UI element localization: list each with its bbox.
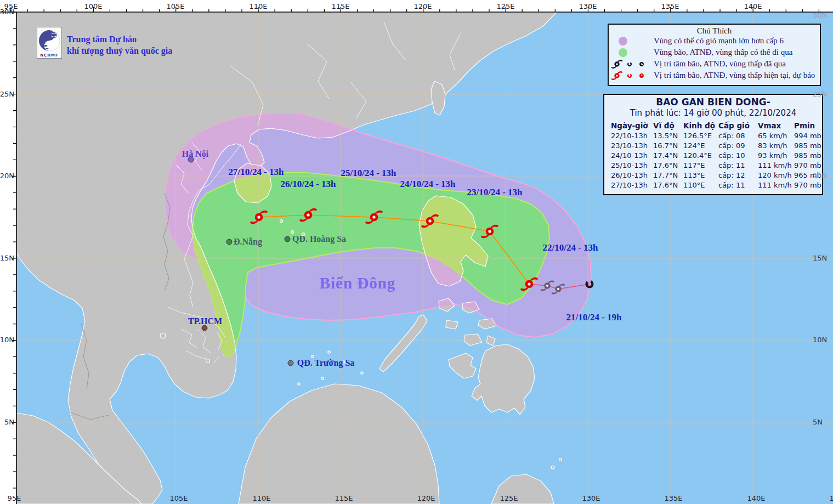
storm-table-cell: 124°E bbox=[683, 141, 718, 151]
track-date-label: 26/10/24 - 13h bbox=[280, 179, 336, 190]
place-label: Hà Nội bbox=[182, 149, 208, 159]
storm-table-cell: 970 mb bbox=[794, 161, 822, 171]
place-dot bbox=[226, 239, 233, 245]
nchmf-logo: NCHMF bbox=[37, 27, 62, 59]
storm-table-cell: 83 km/h bbox=[758, 141, 794, 151]
axis-label-top: 140E bbox=[744, 2, 762, 10]
storm-table-cell: 126.5°E bbox=[683, 131, 718, 141]
storm-table-cell: 65 km/h bbox=[758, 131, 794, 141]
place-dot bbox=[285, 236, 291, 242]
axis-label-bottom: 120E bbox=[417, 494, 435, 502]
agency-name: Trung tâm Dự báo khí tượng thuỷ văn quốc… bbox=[67, 33, 172, 56]
storm-table-cell: 16.7°N bbox=[653, 141, 683, 151]
legend-item: Vị trí tâm bão, ATNĐ, vùng thấp hiện tại… bbox=[609, 70, 820, 82]
storm-table-cell: 985 mb bbox=[794, 151, 822, 161]
axis-label-top: 130E bbox=[579, 2, 597, 10]
axis-label-bottom: 135E bbox=[664, 494, 682, 502]
storm-table-cell: 26/10-13h bbox=[611, 171, 653, 180]
axis-label-bottom: 140E bbox=[747, 494, 765, 502]
storm-table-cell: 17.4°N bbox=[653, 151, 683, 161]
storm-table-row: 22/10-13h13.5°N126.5°Ecấp: 0865 km/h994 … bbox=[604, 131, 822, 141]
legend-item-label: Vùng có thể có gió mạnh lớn hơn cấp 6 bbox=[654, 36, 784, 46]
track-date-label: 25/10/24 - 13h bbox=[341, 168, 396, 179]
storm-table-cell: 22/10-13h bbox=[611, 131, 653, 141]
place-label: TP.HCM bbox=[188, 316, 222, 326]
legend-zone-swatch bbox=[619, 48, 627, 57]
storm-table-cell: 23/10-13h bbox=[611, 141, 653, 151]
axis-label-bottom: 125E bbox=[500, 494, 518, 502]
legend-title: Chú Thích bbox=[609, 26, 820, 36]
storm-table-cell: 110°E bbox=[683, 180, 718, 190]
axis-label-right: 10N bbox=[813, 336, 827, 344]
storm-table-cell: 994 mb bbox=[794, 131, 822, 141]
storm-table-col-header: Cấp gió bbox=[718, 120, 758, 131]
storm-track-map: 95E100E105E110E115E120E125E130E135E140E3… bbox=[0, 0, 833, 504]
storm-table-cell: 24/10-13h bbox=[611, 151, 653, 161]
storm-table-col-header: Vĩ độ bbox=[653, 120, 683, 131]
agency-name-line2: khí tượng thuỷ văn quốc gia bbox=[67, 45, 172, 56]
storm-table-cell: 13.5°N bbox=[653, 131, 683, 141]
agency-name-line1: Trung tâm Dự báo bbox=[67, 33, 172, 45]
axis-label-top: 115E bbox=[331, 2, 349, 10]
legend-item-label: Vùng bão, ATNĐ, vùng thấp có thể đi qua bbox=[654, 48, 792, 57]
storm-table-cell: 970 mb bbox=[794, 180, 822, 190]
place-label: QĐ. Trường Sa bbox=[297, 358, 355, 368]
axis-label-left: 30N bbox=[0, 8, 14, 16]
storm-table-row: 23/10-13h16.7°N124°Ecấp: 0983 km/h985 mb bbox=[604, 141, 822, 151]
axis-label-left: 25N bbox=[0, 90, 14, 98]
storm-table-row: 27/10-13h17.6°N110°Ecấp: 11111 km/h970 m… bbox=[604, 180, 822, 190]
axis-label-right: 25N bbox=[813, 90, 827, 98]
storm-table-cell: cấp: 08 bbox=[718, 131, 758, 141]
legend-item: Vùng bão, ATNĐ, vùng thấp có thể đi qua bbox=[609, 47, 820, 59]
storm-table-cell: 93 km/h bbox=[758, 151, 794, 161]
storm-table-header: Ngày-giờVĩ độKinh độCấp gióVmaxPmin bbox=[604, 120, 822, 131]
track-date-label: 21/10/24 - 19h bbox=[566, 312, 621, 323]
axis-label-top: 105E bbox=[166, 2, 184, 10]
storm-table-col-header: Kinh độ bbox=[683, 120, 718, 131]
storm-table-col-header: Ngày-giờ bbox=[611, 120, 653, 131]
storm-bulletin-issued: Tin phát lúc: 14 giờ 00 phút, 22/10/2024 bbox=[604, 108, 822, 118]
legend-item-label: Vị trí tâm bão, ATNĐ, vùng thấp đã qua bbox=[654, 59, 786, 69]
storm-table-cell: 120.4°E bbox=[683, 151, 718, 161]
storm-info-box: BAO GAN BIEN DONG- Tin phát lúc: 14 giờ … bbox=[603, 94, 823, 195]
axis-label-right: 30N bbox=[813, 11, 827, 19]
axis-label-bottom: 130E bbox=[582, 494, 600, 502]
axis-label-bottom: 95E bbox=[8, 494, 21, 502]
storm-table-cell: 120 km/h bbox=[758, 171, 794, 180]
storm-table-cell: 27/10-13h bbox=[611, 180, 653, 190]
storm-table-cell: cấp: 11 bbox=[718, 161, 758, 171]
storm-table-cell: 25/10-13h bbox=[611, 161, 653, 171]
agency-branding: NCHMF Trung tâm Dự báo khí tượng thuỷ vă… bbox=[37, 27, 172, 59]
axis-label-left: 15N bbox=[0, 254, 14, 262]
storm-table-col-header: Vmax bbox=[758, 120, 794, 131]
storm-table-cell: 17.6°N bbox=[653, 161, 683, 171]
track-date-label: 24/10/24 - 13h bbox=[400, 179, 455, 190]
axis-label-top: 120E bbox=[413, 2, 432, 10]
axis-label-left: 5N bbox=[4, 418, 14, 426]
storm-table-cell: cấp: 10 bbox=[718, 151, 758, 161]
axis-label-top: 110E bbox=[249, 2, 267, 10]
legend-item: Vùng có thể có gió mạnh lớn hơn cấp 6 bbox=[609, 36, 820, 47]
storm-table-cell: 17.6°N bbox=[653, 180, 683, 190]
axis-label-right: 15N bbox=[813, 254, 827, 262]
storm-table-cell: cấp: 12 bbox=[718, 171, 758, 180]
svg-text:NCHMF: NCHMF bbox=[40, 53, 59, 58]
legend-item: Vị trí tâm bão, ATNĐ, vùng thấp đã qua bbox=[609, 59, 820, 70]
storm-bulletin-title: BAO GAN BIEN DONG- bbox=[604, 97, 822, 107]
storm-table-row: 26/10-13h17.7°N113°Ecấp: 12120 km/h965 m… bbox=[604, 171, 822, 180]
storm-table-row: 25/10-13h17.6°N117°Ecấp: 11111 km/h970 m… bbox=[604, 161, 822, 171]
axis-label-right: 20N bbox=[813, 172, 827, 180]
legend-box: Chú Thích Vùng có thể có gió mạnh lớn hơ… bbox=[608, 24, 821, 86]
legend-item-label: Vị trí tâm bão, ATNĐ, vùng thấp hiện tại… bbox=[654, 71, 815, 80]
axis-label-top: 125E bbox=[496, 2, 514, 10]
place-label: Đ.Nẵng bbox=[234, 237, 262, 247]
storm-table-cell: 985 mb bbox=[794, 141, 822, 151]
sea-name-label: Biển Đông bbox=[320, 274, 396, 292]
axis-label-bottom: 145E bbox=[829, 494, 833, 502]
storm-table-row: 24/10-13h17.4°N120.4°Ecấp: 1093 km/h985 … bbox=[604, 151, 822, 161]
axis-label-left: 10N bbox=[0, 336, 14, 344]
storm-table-cell: 17.7°N bbox=[653, 171, 683, 180]
storm-table-cell: 111 km/h bbox=[758, 180, 794, 190]
place-label: QĐ. Hoàng Sa bbox=[292, 234, 346, 244]
storm-table-cell: cấp: 09 bbox=[718, 141, 758, 151]
